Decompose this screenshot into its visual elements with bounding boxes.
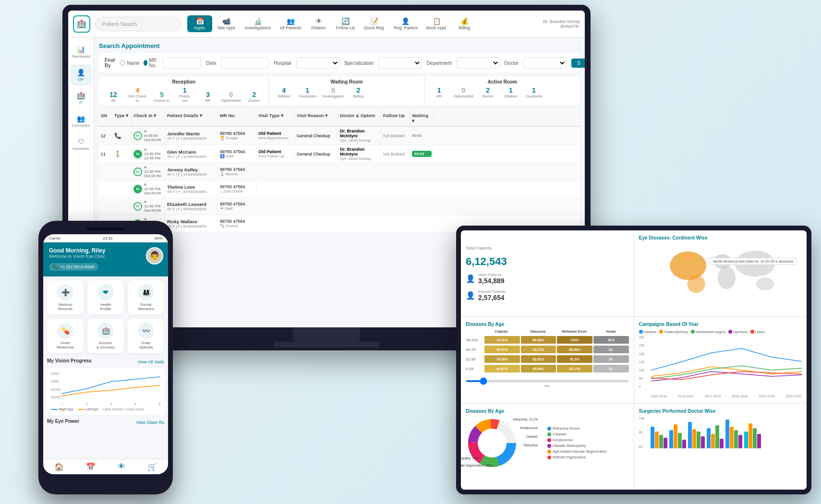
td-patient: Jeremy Kelley 45 Y | F | EHN0000854 — [165, 165, 218, 179]
th-visittype: Visit Type ▾ — [256, 110, 295, 126]
chart-legend: Right Eye Left Eye Lower Number = Good V… — [51, 408, 160, 411]
patient-search-box[interactable]: Patient Search — [95, 17, 181, 31]
menu-item-medicines[interactable]: 💊 OrderMedicines — [47, 319, 84, 353]
campaigns-chart-area: 300 250 200 150 100 50 0 — [639, 336, 802, 398]
male-label: Male Patients — [478, 273, 505, 277]
td-visittype — [256, 187, 295, 191]
sidebar-label-counsellor: Counsellor — [72, 123, 90, 128]
radio-name[interactable]: Name — [120, 60, 140, 66]
bottom-icon-eye[interactable]: 👁 — [118, 462, 125, 471]
bar — [669, 430, 673, 448]
td-docopt — [338, 170, 381, 174]
tab-followup[interactable]: 🔄 Follow Up — [332, 15, 359, 32]
total-patients-value: 6,12,543 — [466, 255, 629, 268]
tab-billing[interactable]: 💰 Billing — [452, 15, 477, 32]
phone-icon: 📞 — [53, 264, 58, 269]
donut-legend-label: Diabetic Retinopathy — [553, 444, 586, 448]
donut-annotation-macular: Age-related macular degeneration, 20% — [461, 464, 492, 467]
tab-bookappt[interactable]: 📋 Book Appt. — [423, 15, 451, 32]
reception-stats: 12 All 4 Not Check In 5 Check-in — [105, 86, 263, 103]
status-badge-in: In — [133, 150, 142, 158]
col-refractive: Refractive Errors — [556, 330, 592, 333]
tele-icon: 📹 — [222, 17, 230, 25]
male-patients-row: 👤 Male Patients 3,54,889 — [466, 273, 629, 285]
mr-input[interactable] — [163, 57, 201, 69]
tab-quickreg[interactable]: 📝 Quick Reg. — [360, 15, 389, 32]
age-row-5275: 52-75 69.57% 52.17% 86.96% 26. — [466, 346, 629, 353]
sidebar-item-ip[interactable]: 🏥 IP — [71, 87, 92, 108]
donut-annotation-refractive: Refractive — [524, 444, 538, 447]
col-glaucoma: Glaucoma — [520, 330, 555, 333]
date-input[interactable] — [221, 57, 269, 69]
search-button[interactable]: S — [571, 59, 585, 68]
td-followup — [381, 170, 410, 174]
bar — [701, 436, 705, 448]
age-slider[interactable] — [466, 380, 629, 382]
health-icon: ❤ — [97, 284, 114, 300]
td-sn: 11 — [99, 150, 112, 158]
menu-item-opticals[interactable]: 👓 OrderOpticals — [128, 319, 164, 353]
bar — [738, 435, 742, 448]
doctor-label: Doctor — [505, 60, 519, 66]
td-type — [112, 187, 132, 191]
family-label: FamilyMembers — [138, 302, 154, 311]
y-label: 20/100 — [51, 388, 60, 391]
sidebar-item-dashboard[interactable]: 📊 Dashboard — [71, 41, 92, 62]
th-visitreason: Visit Reason ▾ — [295, 110, 338, 126]
campaigns-svg — [651, 336, 802, 388]
stat-optometrist: 0 Optometrist — [222, 91, 240, 103]
dot — [547, 438, 551, 442]
svg-point-7 — [717, 266, 735, 289]
menu-item-health[interactable]: ❤ HealthProfile — [87, 280, 124, 315]
td-visitreason — [295, 222, 338, 226]
tab-all-patients[interactable]: 👥 All Patients — [276, 15, 305, 32]
dept-select[interactable] — [457, 57, 500, 69]
hospital-select[interactable] — [296, 57, 339, 69]
health-label: HealthProfile — [100, 302, 111, 311]
tab-regpatient[interactable]: 👤 Reg. Patient — [390, 15, 422, 32]
menu-item-doctors[interactable]: 🏥 Doctors& Services — [87, 319, 124, 353]
menu-item-medical[interactable]: ➕ MedicalRecords — [47, 280, 84, 315]
medical-label: MedicalRecords — [58, 302, 72, 311]
donut-legend-macular: Age-related macular degeneration — [547, 449, 607, 454]
diseases-donut-card: Diseases By Age — [461, 404, 634, 490]
stat-checkout-num: 1 — [183, 86, 187, 94]
donut-legend-label: Age-related macular degeneration — [553, 449, 607, 454]
sidebar-item-counsellor[interactable]: 👥 Counsellor — [71, 110, 92, 132]
svg-point-4 — [669, 252, 706, 280]
stat-counsellor2-num: 1 — [532, 86, 536, 94]
stat-doc-label: Doctor — [249, 98, 260, 103]
bottom-icon-cart[interactable]: 🛒 — [147, 462, 157, 471]
doctor-select[interactable] — [523, 57, 567, 69]
tab-dilation[interactable]: 👁 Dilation — [306, 15, 331, 32]
td-mr: 99765 47564 🔍 Doctort — [218, 217, 256, 230]
view-glass-link[interactable]: View Glass Rx — [136, 420, 164, 425]
tab-tele[interactable]: 📹 Tele Appt. — [213, 15, 240, 32]
td-mr: 99765 47564 △ Call Centre — [218, 182, 256, 195]
th-mr: MR No. — [218, 110, 256, 126]
female-label: Female Patients — [478, 289, 506, 294]
hospital-label: Hospital — [274, 60, 291, 66]
td-patient: Thelma Love 45 Y | F | EHN0000854 — [165, 182, 218, 196]
stat-dilation2-label: Dilation — [505, 94, 518, 98]
bottom-icon-home[interactable]: 🏠 — [54, 462, 64, 471]
td-patient: Elizabeth Leonard 45 Y | F | EHN0000854 — [165, 200, 218, 213]
col-kerato: Kerato — [593, 330, 628, 333]
sidebar-item-op[interactable]: 👤 OP — [71, 64, 92, 85]
radio-mrno[interactable]: MR No. — [144, 58, 158, 68]
spec-select[interactable] — [378, 57, 422, 69]
tab-investigations[interactable]: 🔬 Investigations — [241, 15, 275, 32]
menu-item-family[interactable]: 👨‍👩‍👧 FamilyMembers — [128, 280, 164, 315]
legend-dot — [639, 330, 643, 334]
td-docopt — [338, 222, 381, 226]
view-all-link[interactable]: View All Visits — [138, 360, 164, 364]
patient-name: Ricky Wallace — [167, 219, 216, 224]
vision-progress-header: My Vision Progress View All Visits — [47, 358, 164, 365]
status-badge: In — [133, 132, 142, 140]
bottom-icon-calendar[interactable]: 📅 — [86, 462, 96, 471]
campaigns-title: Campaigns Based Of Year — [639, 322, 802, 327]
phone-greeting: Good Morning, Riley — [49, 247, 162, 254]
timer-active: 00:03 — [412, 151, 432, 157]
tab-appts[interactable]: 📅 Appts. — [187, 15, 212, 32]
sidebar-item-insurance[interactable]: 🛡 Insurance — [71, 133, 92, 155]
